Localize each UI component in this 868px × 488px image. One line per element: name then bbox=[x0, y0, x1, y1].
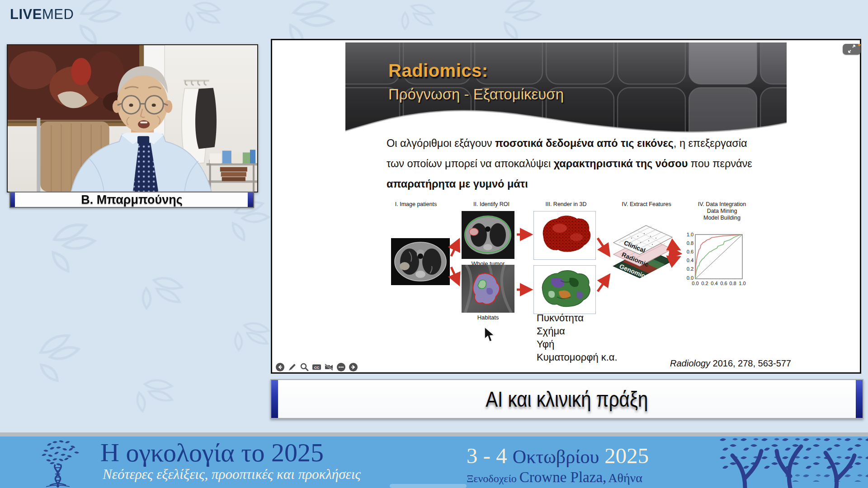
tumor-3d-red-image bbox=[533, 211, 596, 260]
conference-dates: 3 - 4 Οκτωβρίου 2025 bbox=[467, 443, 649, 469]
svg-text:0.2: 0.2 bbox=[687, 266, 693, 272]
svg-text:0.0: 0.0 bbox=[687, 275, 693, 281]
habitats-image bbox=[462, 265, 514, 313]
zoom-button[interactable] bbox=[300, 362, 309, 372]
slide-paragraph: Οι αλγόριθμοι εξάγουν ποσοτικά δεδομένα … bbox=[387, 133, 757, 194]
conference-title: Η ογκολογία το 2025 bbox=[100, 437, 324, 468]
footer-divider bbox=[0, 432, 868, 436]
slide-header-banner: Radiomics: Πρόγνωση - Εξατομίκευση bbox=[345, 42, 787, 138]
data-stack-image: Clinical Radiomic Genomic bbox=[609, 225, 677, 292]
nameplate-right-accent bbox=[248, 192, 253, 207]
speaker-video-scene bbox=[8, 45, 257, 192]
svg-text:CC: CC bbox=[314, 366, 320, 370]
svg-text:0.6: 0.6 bbox=[720, 281, 727, 286]
camera-off-button[interactable] bbox=[324, 362, 334, 372]
slide-panel: Radiomics: Πρόγνωση - Εξατομίκευση Οι αλ… bbox=[271, 39, 861, 374]
slide-title: Radiomics: bbox=[388, 61, 488, 81]
next-slide-button[interactable] bbox=[349, 362, 358, 372]
citation-journal: Radiology bbox=[670, 358, 710, 368]
conference-venue: Ξενοδοχείο Crowne Plaza, Αθήνα bbox=[467, 469, 642, 486]
speaker-video bbox=[7, 44, 258, 192]
session-title-bar: AI και κλινική πράξη bbox=[270, 379, 863, 419]
workflow-step-2-label: II. Identify ROI bbox=[453, 201, 530, 208]
workflow-step-5-label: IV. Data Integration Data Mining Model B… bbox=[679, 201, 765, 221]
session-title: AI και κλινική πράξη bbox=[486, 387, 648, 412]
screen: LIVEMED bbox=[0, 0, 868, 488]
habitats-caption: Habitats bbox=[462, 314, 514, 321]
captions-button[interactable]: CC bbox=[312, 362, 321, 372]
camera-off-icon bbox=[324, 362, 334, 372]
svg-text:0.2: 0.2 bbox=[701, 281, 708, 286]
collapse-slide-button[interactable] bbox=[843, 44, 861, 55]
svg-text:0.8: 0.8 bbox=[729, 281, 736, 286]
roc-curve-chart: 1.0 0.8 0.6 0.4 0.2 0.0 0.0 0.2 0.4 0.6 … bbox=[679, 232, 750, 293]
workflow-step-4-label: IV. Extract Features bbox=[606, 201, 687, 208]
workflow-step-1-label: I. Image patients bbox=[382, 201, 450, 208]
conference-tree-logo bbox=[24, 438, 96, 488]
magnifier-icon bbox=[300, 362, 309, 372]
feature-item: Κυματομορφή κ.α. bbox=[537, 351, 618, 364]
pencil-icon bbox=[288, 362, 297, 372]
svg-text:0.8: 0.8 bbox=[687, 240, 693, 246]
citation: Radiology 2016, 278, 563-577 bbox=[615, 358, 791, 369]
speaker-nameplate: Β. Μπαρμπούνης bbox=[9, 192, 254, 208]
venue-label: Ξενοδοχείο bbox=[467, 473, 519, 484]
livemed-logo-live: LIVE bbox=[10, 6, 42, 22]
date-month: Οκτωβρίου bbox=[513, 446, 599, 467]
collapse-arrows-icon bbox=[843, 44, 861, 55]
tumor-3d-color-image bbox=[533, 265, 596, 314]
paragraph-line-3: απαρατήρητα με γυμνό μάτι bbox=[387, 174, 757, 194]
prev-slide-button[interactable] bbox=[275, 362, 285, 372]
speaker-name: Β. Μπαρμπούνης bbox=[81, 193, 182, 207]
feature-item: Σχήμα bbox=[537, 324, 618, 338]
paragraph-line-2: των οποίων μπορεί να αποκαλύψει χαρακτηρ… bbox=[387, 154, 757, 174]
livemed-logo: LIVEMED bbox=[10, 6, 74, 23]
svg-text:1.0: 1.0 bbox=[739, 281, 745, 286]
feature-list: Πυκνότητα Σχήμα Υφή Κυματομορφή κ.α. bbox=[537, 311, 618, 364]
arrow-right-circle-icon bbox=[349, 362, 358, 372]
conference-subtitle: Νεότερες εξελίξεις, προοπτικές και προκλ… bbox=[103, 466, 361, 483]
decorative-trees bbox=[718, 436, 868, 488]
mouse-cursor bbox=[484, 327, 495, 343]
ellipsis-circle-icon bbox=[336, 362, 346, 372]
presentation-toolbar: CC bbox=[275, 362, 358, 372]
whole-tumor-image bbox=[462, 211, 514, 259]
session-bar-left-accent bbox=[271, 380, 278, 418]
livemed-logo-med: MED bbox=[42, 6, 74, 22]
arrow-left-circle-icon bbox=[275, 362, 285, 372]
nameplate-left-accent bbox=[10, 192, 15, 207]
svg-text:0.6: 0.6 bbox=[687, 249, 693, 254]
venue-city: Αθήνα bbox=[608, 471, 642, 485]
draw-button[interactable] bbox=[288, 362, 297, 372]
paragraph-line-1: Οι αλγόριθμοι εξάγουν ποσοτικά δεδομένα … bbox=[387, 133, 757, 154]
slide-subtitle: Πρόγνωση - Εξατομίκευση bbox=[388, 86, 564, 103]
date-days: 3 - 4 bbox=[467, 443, 507, 468]
svg-text:0.0: 0.0 bbox=[692, 281, 698, 286]
feature-item: Υφή bbox=[537, 338, 618, 351]
conference-banner: Η ογκολογία το 2025 Νεότερες εξελίξεις, … bbox=[0, 436, 868, 488]
more-button[interactable] bbox=[336, 362, 346, 372]
session-bar-right-accent bbox=[856, 380, 863, 418]
venue-hotel: Crowne Plaza, bbox=[519, 469, 606, 485]
workflow-step-3-label: III. Render in 3D bbox=[528, 201, 604, 208]
svg-text:1.0: 1.0 bbox=[687, 232, 693, 237]
date-year: 2025 bbox=[604, 443, 649, 468]
svg-text:0.4: 0.4 bbox=[687, 258, 693, 263]
ct-axial-image bbox=[391, 238, 450, 285]
svg-text:0.4: 0.4 bbox=[711, 281, 717, 286]
feature-item: Πυκνότητα bbox=[537, 311, 618, 324]
cc-icon: CC bbox=[312, 362, 321, 372]
citation-ref: 2016, 278, 563-577 bbox=[710, 358, 791, 368]
bottom-partial-shape bbox=[390, 484, 467, 488]
